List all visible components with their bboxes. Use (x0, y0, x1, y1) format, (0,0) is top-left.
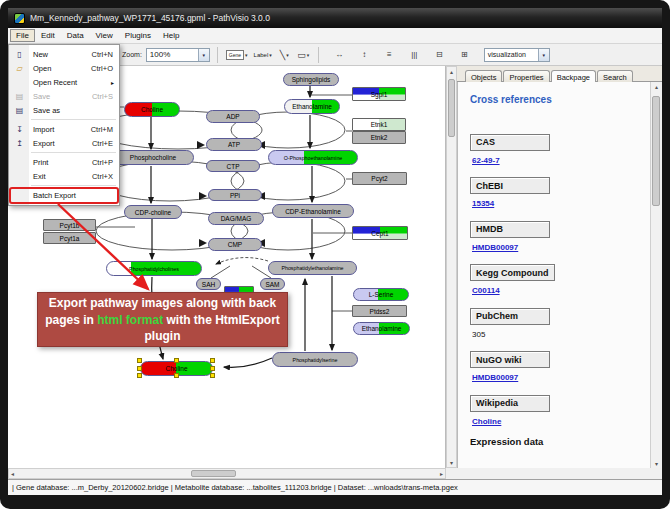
selection-handle[interactable] (210, 358, 215, 363)
file-menu-item-save-as[interactable]: ▤Save as (10, 103, 118, 117)
vertical-scroll-thumb[interactable] (448, 79, 455, 137)
file-menu-item-open-recent[interactable]: Open Recent▸ (10, 75, 118, 89)
crossref-link[interactable]: 15354 (472, 199, 650, 208)
node-dag-mag[interactable]: DAG/MAG (208, 212, 264, 225)
file-menu-item-import[interactable]: ↧ImportCtrl+M (10, 122, 118, 136)
node-ctp[interactable]: CTP (206, 160, 260, 172)
node-pcyt1b[interactable]: Pcyt1b (43, 219, 96, 231)
menu-file[interactable]: File (10, 29, 35, 42)
selection-handle[interactable] (137, 366, 142, 371)
shape-dropdown-arrow-icon[interactable]: ▾ (307, 52, 310, 58)
node-etnk1[interactable]: Etnk1 (352, 118, 406, 131)
zoom-dropdown-arrow-icon[interactable]: ▾ (198, 49, 209, 61)
node-phosphatidylethanolamine[interactable]: Phosphatidylethanolamine (268, 261, 357, 275)
node-cept1[interactable]: Cept1 (352, 226, 408, 240)
selection-handle[interactable] (137, 358, 142, 363)
menu-help[interactable]: Help (157, 29, 185, 42)
new-shape-button[interactable]: ▭ ▾ (296, 47, 311, 63)
align-center-vertical-button[interactable]: ↕ (357, 47, 372, 63)
node-cdp-ethanolamine[interactable]: CDP-Ethanolamine (272, 204, 354, 218)
node-sam[interactable]: SAM (260, 278, 285, 290)
scroll-up-arrow-icon[interactable]: ▴ (448, 67, 455, 76)
node-pcyt1a[interactable]: Pcyt1a (43, 232, 96, 244)
line-dropdown-arrow-icon[interactable]: ▾ (286, 52, 289, 58)
new-datanode-button[interactable]: Gene ▾ (225, 47, 249, 63)
node-label: CTP (227, 163, 240, 170)
canvas-horizontal-scrollbar[interactable]: ◂ ▸ (8, 468, 446, 479)
status-text: | Gene database: ...m_Derby_20120602.bri… (12, 483, 458, 492)
label-dropdown-arrow-icon[interactable]: ▾ (269, 52, 272, 58)
selection-handle[interactable] (137, 373, 142, 378)
crossref-section-chebi: ChEBI15354 (470, 175, 650, 209)
visualization-dropdown-arrow-icon[interactable]: ▾ (538, 49, 549, 61)
menu-item-shortcut: Ctrl+P (92, 158, 118, 167)
menu-item-shortcut: Ctrl+N (92, 50, 118, 59)
menu-bar: FileEditDataViewPluginsHelp (8, 28, 662, 44)
node-pcyt2[interactable]: Pcyt2 (352, 172, 407, 185)
crossref-link[interactable]: HMDB00097 (472, 243, 650, 252)
file-menu-item-open[interactable]: ▱OpenCtrl+O (10, 61, 118, 75)
crossref-section-cas: CAS62-49-7 (470, 131, 650, 165)
node-choline[interactable]: Choline (124, 102, 180, 117)
selection-handle[interactable] (174, 373, 179, 378)
node-phosphatidylserine[interactable]: Phosphatidylserine (272, 352, 358, 367)
node-etnk2[interactable]: Etnk2 (352, 131, 406, 144)
crossref-link[interactable]: Choline (472, 417, 650, 426)
panel-scroll-down-arrow-icon[interactable]: ▾ (653, 459, 660, 468)
scroll-right-arrow-icon[interactable]: ▸ (438, 469, 445, 478)
selection-handle[interactable] (210, 366, 215, 371)
crossref-link[interactable]: C00114 (472, 286, 650, 295)
new-label-button[interactable]: Label ▾ (253, 47, 273, 63)
canvas-vertical-scrollbar[interactable]: ▴ ▾ (446, 66, 457, 468)
node-atp[interactable]: ATP (206, 138, 262, 151)
panel-scroll-up-arrow-icon[interactable]: ▴ (653, 82, 660, 91)
file-menu-item-batch-export[interactable]: Batch Export (10, 188, 118, 203)
scroll-left-arrow-icon[interactable]: ◂ (9, 469, 16, 478)
file-menu-item-export[interactable]: ↥ExportCtrl+E (10, 136, 118, 150)
file-menu-item-print[interactable]: PrintCtrl+P (10, 155, 118, 169)
stack-vertical-button[interactable]: ≡ (382, 47, 397, 63)
align-center-vertical-icon: ↕ (362, 50, 366, 59)
node-adp[interactable]: ADP (206, 110, 260, 123)
datanode-dropdown-arrow-icon[interactable]: ▾ (245, 52, 248, 58)
node-ppi[interactable]: PPi (208, 189, 262, 201)
file-menu-item-exit[interactable]: ExitCtrl+X (10, 169, 118, 183)
node-ethanolamine[interactable]: Ethanolamine (284, 99, 340, 114)
file-menu-item-save[interactable]: ▤SaveCtrl+S (10, 89, 118, 103)
panel-scroll-thumb[interactable] (652, 96, 660, 206)
selection-handle[interactable] (174, 358, 179, 363)
align-center-horizontal-button[interactable]: ↔ (332, 47, 347, 63)
common-width-button[interactable]: ⊟ (432, 47, 447, 63)
node-label: ADP (226, 113, 239, 120)
node-cdp-choline[interactable]: CDP-choline (124, 205, 182, 219)
new-line-button[interactable]: ╲ ▾ (277, 47, 292, 63)
node-ptdss2[interactable]: Ptdss2 (352, 305, 407, 317)
file-menu-item-new[interactable]: ▯NewCtrl+N (10, 47, 118, 61)
common-height-button[interactable]: ⊞ (457, 47, 472, 63)
horizontal-scroll-thumb[interactable] (191, 470, 236, 477)
crossref-link[interactable]: 62-49-7 (472, 156, 650, 165)
title-bar[interactable]: Mm_Kennedy_pathway_WP1771_45176.gpml - P… (8, 8, 662, 28)
save-icon: ▤ (10, 92, 29, 101)
node-sphingolipids[interactable]: Sphingolipids (283, 73, 339, 86)
crossref-section-kegg-compound: Kegg CompoundC00114 (470, 262, 650, 296)
node-sgpl1[interactable]: Sgpl1 (352, 87, 406, 101)
node-ethanolamine[interactable]: Ethanolamine (353, 322, 410, 335)
menu-data[interactable]: Data (61, 29, 90, 42)
node-phosphatidylcholines[interactable]: Phosphatidylcholines (106, 261, 202, 276)
menu-plugins[interactable]: Plugins (119, 29, 157, 42)
crossref-link[interactable]: HMDB00097 (472, 373, 650, 382)
menu-edit[interactable]: Edit (35, 29, 61, 42)
node-phosphocholine[interactable]: Phosphocholine (112, 150, 194, 165)
node-cmp[interactable]: CMP (208, 238, 262, 251)
stack-horizontal-button[interactable]: ||| (407, 47, 422, 63)
node-o-phosphoethanolamine[interactable]: O-Phosphoethanolamine (268, 150, 358, 165)
zoom-combobox[interactable]: 100% ▾ (146, 48, 210, 62)
node-label: Pcyt1a (60, 235, 80, 242)
selection-handle[interactable] (210, 373, 215, 378)
visualization-combobox[interactable]: visualization ▾ (484, 48, 550, 62)
menu-view[interactable]: View (90, 29, 119, 42)
scroll-down-arrow-icon[interactable]: ▾ (448, 458, 455, 467)
node-l-serine[interactable]: L-Serine (353, 288, 409, 301)
node-sah[interactable]: SAH (196, 278, 221, 290)
